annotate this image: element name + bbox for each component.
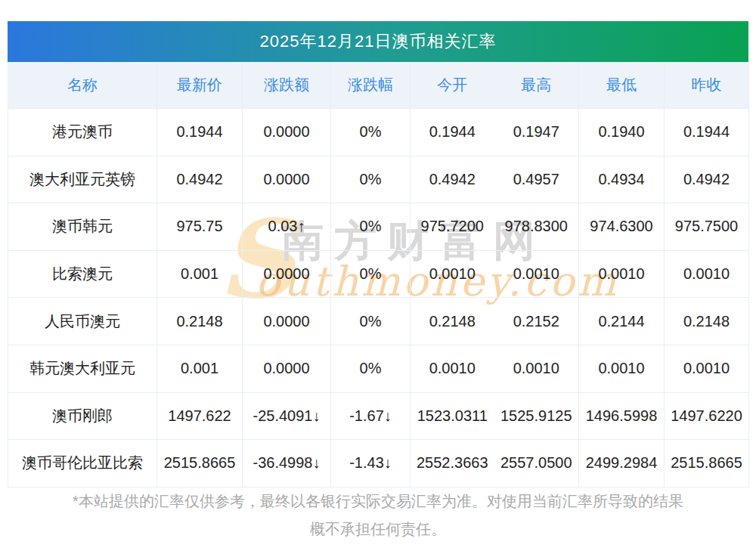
cell-low: 1496.5998 xyxy=(579,392,665,440)
cell-change: -36.4998↓ xyxy=(243,440,331,487)
column-header-change-pct: 涨跌幅 xyxy=(331,62,411,109)
cell-latest: 0.1944 xyxy=(157,109,243,156)
cell-high: 978.8300 xyxy=(494,203,579,251)
column-header-low: 最低 xyxy=(579,62,665,109)
cell-prev-close: 0.0010 xyxy=(665,345,749,392)
table-row: 比索澳元0.0010.00000%0.00100.00100.00100.001… xyxy=(8,250,749,298)
cell-name: 比索澳元 xyxy=(8,250,157,298)
cell-low: 0.2144 xyxy=(579,298,665,345)
table-row: 澳币哥伦比亚比索2515.8665-36.4998↓-1.43↓2552.366… xyxy=(8,440,749,487)
cell-name: 澳币韩元 xyxy=(8,203,157,251)
cell-name: 澳币哥伦比亚比索 xyxy=(8,440,157,487)
column-header-open: 今开 xyxy=(411,62,494,109)
cell-prev-close: 2515.8665 xyxy=(665,440,749,487)
cell-prev-close: 0.0010 xyxy=(665,250,749,298)
cell-latest: 975.75 xyxy=(157,203,243,251)
column-header-latest: 最新价 xyxy=(157,62,243,109)
cell-change-pct: -1.67↓ xyxy=(331,392,411,440)
disclaimer-line-1: *本站提供的汇率仅供参考，最终以各银行实际交易汇率为准。对使用当前汇率所导致的结… xyxy=(0,487,756,515)
cell-latest: 0.4942 xyxy=(157,156,243,203)
cell-change: 0.0000 xyxy=(243,298,331,345)
cell-latest: 0.001 xyxy=(157,345,243,392)
cell-high: 1525.9125 xyxy=(494,392,579,440)
cell-name: 港元澳币 xyxy=(8,109,157,156)
table-row: 澳币刚郎1497.622-25.4091↓-1.67↓1523.03111525… xyxy=(8,392,749,440)
cell-latest: 2515.8665 xyxy=(157,440,243,487)
rates-panel: 2025年12月21日澳币相关汇率 名称 最新价 涨跌额 涨跌幅 今开 最高 最… xyxy=(8,21,748,487)
cell-open: 0.1944 xyxy=(411,109,494,156)
cell-change-pct: 0% xyxy=(331,156,411,203)
table-header-row: 名称 最新价 涨跌额 涨跌幅 今开 最高 最低 昨收 xyxy=(8,62,749,109)
cell-change-pct: 0% xyxy=(331,250,411,298)
cell-latest: 1497.622 xyxy=(157,392,243,440)
column-header-prev-close: 昨收 xyxy=(665,62,749,109)
cell-high: 0.0010 xyxy=(494,250,579,298)
disclaimer-line-2: 概不承担任何责任。 xyxy=(0,515,756,543)
cell-low: 0.1940 xyxy=(579,109,665,156)
cell-prev-close: 975.7500 xyxy=(665,203,749,251)
table-row: 港元澳币0.19440.00000%0.19440.19470.19400.19… xyxy=(8,109,749,156)
cell-open: 1523.0311 xyxy=(411,392,494,440)
cell-open: 975.7200 xyxy=(411,203,494,251)
cell-name: 人民币澳元 xyxy=(8,298,157,345)
table-title-bar: 2025年12月21日澳币相关汇率 xyxy=(8,21,748,62)
cell-low: 0.0010 xyxy=(579,345,665,392)
table-row: 韩元澳大利亚元0.0010.00000%0.00100.00100.00100.… xyxy=(8,345,749,392)
cell-open: 0.2148 xyxy=(411,298,494,345)
cell-prev-close: 0.4942 xyxy=(665,156,749,203)
cell-open: 0.0010 xyxy=(411,345,494,392)
cell-name: 韩元澳大利亚元 xyxy=(8,345,157,392)
cell-low: 0.0010 xyxy=(579,250,665,298)
column-header-high: 最高 xyxy=(494,62,579,109)
cell-high: 0.1947 xyxy=(494,109,579,156)
disclaimer-text: *本站提供的汇率仅供参考，最终以各银行实际交易汇率为准。对使用当前汇率所导致的结… xyxy=(0,487,756,543)
cell-low: 974.6300 xyxy=(579,203,665,251)
cell-change-pct: -1.43↓ xyxy=(331,440,411,487)
cell-latest: 0.2148 xyxy=(157,298,243,345)
cell-prev-close: 0.2148 xyxy=(665,298,749,345)
column-header-name: 名称 xyxy=(8,62,157,109)
table-row: 人民币澳元0.21480.00000%0.21480.21520.21440.2… xyxy=(8,298,749,345)
cell-open: 0.4942 xyxy=(411,156,494,203)
cell-low: 0.4934 xyxy=(579,156,665,203)
cell-change: 0.0000 xyxy=(243,156,331,203)
column-header-change: 涨跌额 xyxy=(243,62,331,109)
cell-change: 0.0000 xyxy=(243,250,331,298)
exchange-rates-table: 名称 最新价 涨跌额 涨跌幅 今开 最高 最低 昨收 港元澳币0.19440.0… xyxy=(8,62,749,487)
cell-low: 2499.2984 xyxy=(579,440,665,487)
cell-prev-close: 1497.6220 xyxy=(665,392,749,440)
cell-change-pct: 0% xyxy=(331,298,411,345)
cell-name: 澳大利亚元英镑 xyxy=(8,156,157,203)
cell-open: 2552.3663 xyxy=(411,440,494,487)
cell-high: 0.0010 xyxy=(494,345,579,392)
cell-change: -25.4091↓ xyxy=(243,392,331,440)
cell-change: 0.03↑ xyxy=(243,203,331,251)
cell-change-pct: 0% xyxy=(331,203,411,251)
cell-high: 0.2152 xyxy=(494,298,579,345)
cell-high: 2557.0500 xyxy=(494,440,579,487)
cell-open: 0.0010 xyxy=(411,250,494,298)
cell-change: 0.0000 xyxy=(243,109,331,156)
cell-change-pct: 0% xyxy=(331,109,411,156)
table-title: 2025年12月21日澳币相关汇率 xyxy=(260,30,497,53)
table-row: 澳币韩元975.750.03↑0%975.7200978.8300974.630… xyxy=(8,203,749,251)
cell-prev-close: 0.1944 xyxy=(665,109,749,156)
table-row: 澳大利亚元英镑0.49420.00000%0.49420.49570.49340… xyxy=(8,156,749,203)
cell-latest: 0.001 xyxy=(157,250,243,298)
cell-change-pct: 0% xyxy=(331,345,411,392)
cell-change: 0.0000 xyxy=(243,345,331,392)
cell-high: 0.4957 xyxy=(494,156,579,203)
cell-name: 澳币刚郎 xyxy=(8,392,157,440)
